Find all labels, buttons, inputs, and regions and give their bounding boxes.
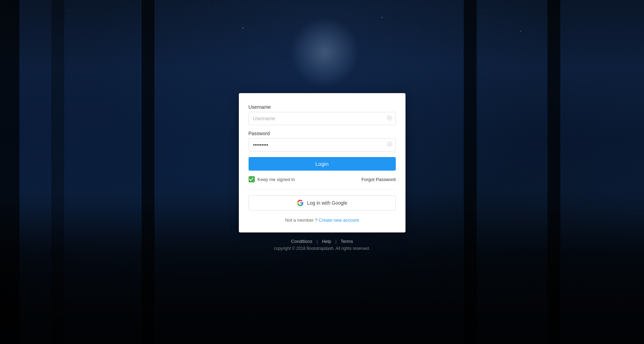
password-eye-icon[interactable] [387, 141, 392, 148]
login-card: Username Password [239, 93, 405, 232]
password-input[interactable] [249, 138, 396, 151]
divider [249, 189, 396, 190]
help-link[interactable]: Help [322, 239, 331, 244]
create-account-link[interactable]: Create new account [319, 218, 359, 223]
google-login-button[interactable]: Log in with Google [249, 195, 396, 211]
keep-signed-row: Keep me signed in [249, 176, 295, 182]
login-button[interactable]: Login [249, 157, 396, 171]
username-label: Username [249, 104, 396, 110]
page-wrapper: Username Password [239, 93, 405, 251]
footer-copyright: copyright © 2018 Bootstrapdash. All righ… [274, 246, 370, 251]
google-icon [297, 199, 304, 206]
username-clear-icon[interactable] [387, 115, 392, 122]
forgot-password-link[interactable]: Forgot Password [361, 177, 395, 182]
password-label: Password [249, 131, 396, 136]
conditions-link[interactable]: Conditions [291, 239, 312, 244]
username-group: Username [249, 104, 396, 125]
keep-signed-label: Keep me signed in [258, 177, 295, 182]
password-group: Password [249, 131, 396, 151]
username-input-wrapper [249, 112, 396, 125]
google-button-label: Log in with Google [307, 200, 348, 206]
checkbox-custom-visual[interactable] [249, 176, 255, 182]
password-input-wrapper [249, 138, 396, 151]
terms-link[interactable]: Terms [341, 239, 353, 244]
register-row: Not a member ? Create new account [249, 218, 396, 223]
not-member-text: Not a member ? [285, 218, 317, 223]
username-input[interactable] [249, 112, 396, 125]
keep-signed-checkbox-wrapper[interactable] [249, 176, 255, 182]
footer-sep-2: | [335, 239, 336, 244]
footer-sep-1: | [317, 239, 318, 244]
options-row: Keep me signed in Forgot Password [249, 176, 396, 182]
footer-links: Conditions | Help | Terms [291, 239, 353, 244]
